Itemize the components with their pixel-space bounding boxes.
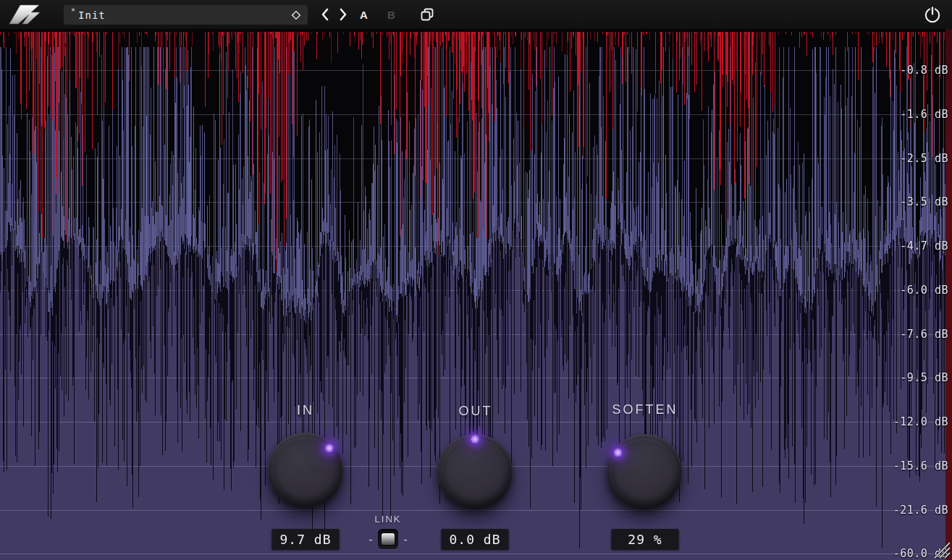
diamond-icon [290, 9, 302, 21]
in-value[interactable]: 9.7 dB [272, 529, 340, 550]
preset-selector[interactable]: * Init [64, 5, 308, 25]
in-label: IN [297, 403, 314, 418]
power-icon [922, 4, 943, 25]
plugin-window: -0.8 dB-1.6 dB-2.5 dB-3.5 dB-4.7 dB-6.0 … [0, 0, 952, 560]
top-bar: * Init A B [0, 0, 952, 29]
ab-slot-b-button[interactable]: B [384, 0, 400, 29]
out-label: OUT [459, 404, 493, 419]
link-toggle-cap [382, 533, 395, 545]
prev-preset-button[interactable] [317, 0, 333, 29]
link-toggle[interactable] [378, 529, 398, 549]
in-knob[interactable] [268, 433, 343, 508]
preset-name: Init [78, 9, 106, 21]
resize-grip-icon[interactable] [932, 540, 951, 559]
brand-k-logo-icon [6, 2, 43, 27]
link-right-dash: - [402, 533, 409, 546]
preset-modified-mark: * [71, 7, 75, 15]
soften-knob[interactable] [607, 434, 682, 509]
link-label: LINK [375, 514, 402, 525]
link-left-dash: - [367, 533, 374, 546]
out-knob-indicator [437, 434, 513, 509]
copy-preset-button[interactable] [417, 0, 437, 29]
bypass-power-button[interactable] [921, 0, 944, 29]
chevron-left-icon [321, 8, 329, 21]
next-preset-button[interactable] [335, 0, 351, 29]
soften-label: SOFTEN [612, 402, 678, 417]
copy-icon [419, 7, 435, 22]
out-knob[interactable] [437, 434, 513, 509]
soften-value[interactable]: 29 % [612, 529, 679, 550]
ab-slot-a-button[interactable]: A [356, 0, 372, 29]
chevron-right-icon [339, 8, 347, 21]
out-value[interactable]: 0.0 dB [442, 529, 509, 550]
